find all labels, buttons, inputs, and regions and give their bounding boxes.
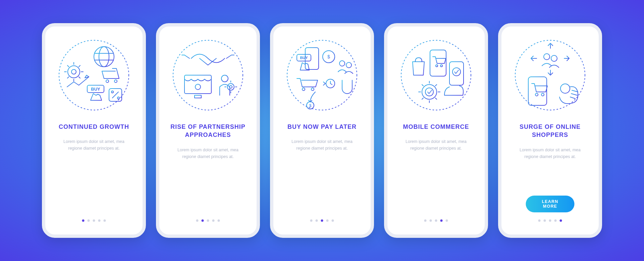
pagination-dot[interactable] (321, 219, 323, 222)
pagination-dot[interactable] (202, 219, 204, 222)
pagination-dots (196, 219, 220, 222)
pagination-dot[interactable] (218, 219, 220, 222)
svg-rect-15 (195, 95, 201, 98)
pagination-dot[interactable] (424, 219, 427, 222)
screen-body: Lorem ipsum dolor sit amet, mea regione … (55, 138, 133, 152)
screen-body: Lorem ipsum dolor sit amet, mea regione … (283, 138, 361, 152)
svg-point-28 (311, 88, 314, 91)
onboarding-screen-5: SURGE OF ONLINE SHOPPERS Lorem ipsum dol… (498, 23, 602, 238)
illustration-partnership-icon (171, 38, 245, 112)
illustration-continued-growth-icon: BUY (57, 38, 131, 112)
pagination-dot[interactable] (326, 219, 329, 222)
svg-text:BUY: BUY (91, 87, 100, 92)
pagination-dot[interactable] (430, 219, 432, 222)
screen-title: BUY NOW PAY LATER (287, 123, 357, 131)
svg-point-5 (106, 80, 109, 83)
pagination-dots (538, 219, 562, 222)
pagination-dot[interactable] (544, 219, 546, 222)
onboarding-screen-1: BUY CONTINUED GROWTH Lorem ipsum dolor s… (42, 23, 146, 238)
svg-point-6 (114, 80, 117, 83)
svg-text:$: $ (309, 103, 312, 108)
svg-point-25 (339, 61, 345, 66)
svg-text:BUY: BUY (300, 56, 308, 60)
svg-point-1 (94, 47, 114, 67)
illustration-buy-now-pay-later-icon: BUY $ $ (285, 38, 359, 112)
svg-point-35 (440, 65, 442, 67)
pagination-dots (82, 219, 106, 222)
pagination-dot[interactable] (549, 219, 551, 222)
pagination-dot[interactable] (316, 219, 318, 222)
onboarding-screen-3: BUY $ $ BU (270, 23, 374, 238)
svg-point-45 (541, 93, 544, 96)
pagination-dot[interactable] (446, 219, 448, 222)
pagination-dot[interactable] (554, 219, 557, 222)
pagination-dot[interactable] (82, 219, 85, 222)
pagination-dot[interactable] (104, 219, 106, 222)
svg-point-44 (535, 93, 538, 96)
screen-title: CONTINUED GROWTH (59, 123, 129, 131)
illustration-mobile-commerce-icon (399, 38, 473, 112)
pagination-dot[interactable] (310, 219, 313, 222)
svg-point-16 (221, 75, 228, 82)
svg-point-26 (346, 62, 352, 68)
pagination-dot[interactable] (93, 219, 95, 222)
pagination-dot[interactable] (98, 219, 101, 222)
pagination-dot[interactable] (212, 219, 215, 222)
pagination-dots (424, 219, 448, 222)
illustration-online-shoppers-icon (513, 38, 587, 112)
svg-point-27 (302, 88, 305, 91)
svg-point-11 (117, 97, 119, 99)
svg-point-32 (401, 40, 471, 110)
pagination-dot[interactable] (207, 219, 209, 222)
pagination-dot[interactable] (435, 219, 437, 222)
svg-point-41 (544, 54, 550, 60)
svg-point-34 (436, 65, 438, 67)
svg-rect-43 (528, 77, 547, 105)
onboarding-screen-2: RISE OF PARTNERSHIP APPROACHES Lorem ips… (156, 23, 260, 238)
svg-point-42 (551, 55, 557, 61)
pagination-dot[interactable] (332, 219, 334, 222)
svg-point-4 (71, 69, 76, 74)
pagination-dot[interactable] (560, 219, 562, 222)
learn-more-button[interactable]: LEARN MORE (526, 196, 575, 212)
screen-title: MOBILE COMMERCE (403, 123, 469, 131)
svg-text:$: $ (327, 54, 330, 59)
pagination-dots (310, 219, 334, 222)
pagination-dot[interactable] (196, 219, 199, 222)
svg-point-39 (425, 88, 433, 96)
screen-title: SURGE OF ONLINE SHOPPERS (511, 123, 589, 139)
pagination-dot[interactable] (88, 219, 90, 222)
screen-body: Lorem ipsum dolor sit amet, mea regione … (397, 138, 475, 152)
svg-point-10 (111, 91, 113, 93)
svg-point-17 (227, 84, 234, 90)
svg-point-46 (560, 84, 570, 93)
svg-point-37 (452, 68, 461, 76)
pagination-dot[interactable] (440, 219, 443, 222)
screen-title: RISE OF PARTNERSHIP APPROACHES (169, 123, 247, 139)
svg-point-38 (422, 85, 437, 99)
svg-point-14 (195, 84, 201, 90)
onboarding-screen-4: MOBILE COMMERCE Lorem ipsum dolor sit am… (384, 23, 488, 238)
screen-body: Lorem ipsum dolor sit amet, mea regione … (169, 147, 247, 160)
screen-body: Lorem ipsum dolor sit amet, mea regione … (511, 147, 589, 160)
svg-point-3 (68, 66, 80, 78)
svg-rect-36 (449, 62, 464, 85)
svg-point-2 (99, 47, 109, 67)
svg-point-19 (287, 40, 357, 110)
pagination-dot[interactable] (538, 219, 541, 222)
